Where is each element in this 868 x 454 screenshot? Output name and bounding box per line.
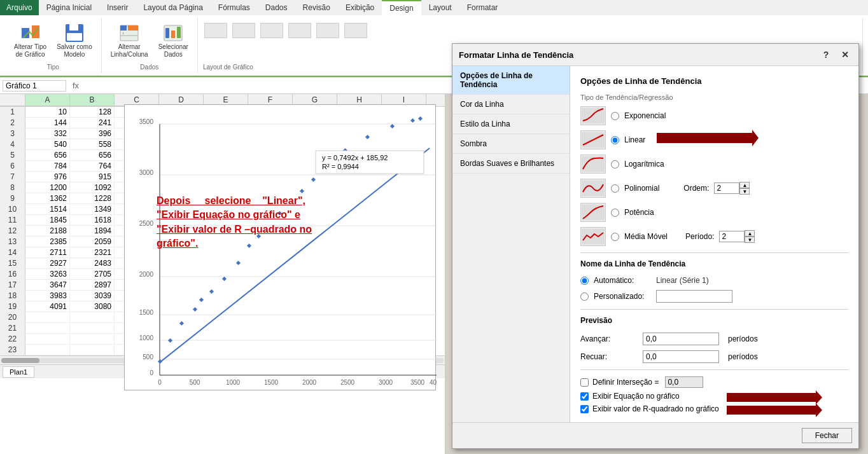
cell-a[interactable]: 3263 bbox=[25, 269, 70, 280]
cell-a[interactable]: 2188 bbox=[25, 226, 70, 237]
col-header-a[interactable]: A bbox=[25, 94, 70, 106]
cell-a[interactable]: 976 bbox=[25, 172, 70, 182]
checkbox-exibir-r2[interactable] bbox=[580, 405, 589, 413]
cell-b[interactable]: 241 bbox=[70, 118, 115, 128]
cell-b[interactable]: 2059 bbox=[70, 237, 115, 247]
dialog-help-btn[interactable]: ? bbox=[819, 48, 833, 62]
btn-alternar-linha[interactable]: ↕ AlternarLinha/Coluna bbox=[107, 20, 152, 61]
tab-revisao[interactable]: Revisão bbox=[295, 0, 338, 15]
btn-layout1[interactable] bbox=[203, 20, 228, 41]
btn-layout6[interactable] bbox=[343, 20, 368, 41]
cell-a[interactable]: 2927 bbox=[25, 258, 70, 269]
radio-logaritmica[interactable] bbox=[611, 160, 619, 169]
radio-media-movel[interactable] bbox=[611, 233, 619, 241]
cell-b[interactable] bbox=[70, 323, 115, 334]
btn-salvar-modelo[interactable]: Salvar comoModelo bbox=[53, 20, 96, 61]
cell-b[interactable]: 915 bbox=[70, 172, 115, 182]
spinbox-periodo-down[interactable]: ▼ bbox=[745, 237, 755, 243]
cell-b[interactable]: 3039 bbox=[70, 291, 115, 301]
cell-b[interactable]: 558 bbox=[70, 139, 115, 150]
cell-a[interactable]: 784 bbox=[25, 161, 70, 172]
spinbox-periodo-up[interactable]: ▲ bbox=[745, 230, 755, 237]
cell-b[interactable] bbox=[70, 312, 115, 323]
input-periodo[interactable] bbox=[719, 231, 745, 242]
tab-exibicao[interactable]: Exibição bbox=[338, 0, 382, 15]
cell-a[interactable]: 540 bbox=[25, 139, 70, 150]
cell-b[interactable]: 1618 bbox=[70, 215, 115, 226]
btn-selecionar-dados[interactable]: SelecionarDados bbox=[155, 20, 192, 61]
sidebar-item-bordas[interactable]: Bordas Suaves e Brilhantes bbox=[452, 154, 570, 174]
cell-a[interactable]: 1514 bbox=[25, 204, 70, 215]
cell-b[interactable] bbox=[70, 334, 115, 345]
cell-b[interactable]: 396 bbox=[70, 128, 115, 139]
btn-layout3[interactable] bbox=[259, 20, 284, 41]
dialog-close-btn[interactable]: ✕ bbox=[838, 48, 852, 62]
cell-a[interactable]: 144 bbox=[25, 118, 70, 128]
btn-layout2[interactable] bbox=[231, 20, 256, 41]
chart-area[interactable]: Depois selecione "Linear", "Exibir Equaç… bbox=[124, 104, 436, 390]
cell-b[interactable]: 2897 bbox=[70, 280, 115, 291]
tab-arquivo[interactable]: Arquivo bbox=[0, 0, 39, 15]
cell-a[interactable]: 2711 bbox=[25, 247, 70, 258]
cell-a[interactable] bbox=[25, 334, 70, 345]
radio-potencia[interactable] bbox=[611, 209, 619, 217]
cell-a[interactable]: 3647 bbox=[25, 280, 70, 291]
cell-b[interactable]: 656 bbox=[70, 150, 115, 161]
sidebar-item-cor[interactable]: Cor da Linha bbox=[452, 95, 570, 114]
radio-polinomial[interactable] bbox=[611, 184, 619, 193]
cell-a[interactable]: 1362 bbox=[25, 193, 70, 204]
cell-b[interactable]: 1092 bbox=[70, 182, 115, 193]
input-personalizado[interactable] bbox=[656, 290, 732, 303]
spinbox-ordem-down[interactable]: ▼ bbox=[739, 188, 750, 195]
tab-formulas[interactable]: Fórmulas bbox=[211, 0, 258, 15]
cell-b[interactable]: 3080 bbox=[70, 301, 115, 312]
radio-linear[interactable] bbox=[611, 136, 619, 144]
cell-a[interactable]: 3983 bbox=[25, 291, 70, 301]
input-definir[interactable] bbox=[665, 376, 703, 388]
cell-a[interactable]: 332 bbox=[25, 128, 70, 139]
tab-inserir[interactable]: Inserir bbox=[99, 0, 136, 15]
radio-personalizado[interactable] bbox=[580, 292, 589, 301]
cell-a[interactable]: 1200 bbox=[25, 182, 70, 193]
tab-design[interactable]: Design bbox=[382, 0, 421, 15]
cell-b[interactable]: 1349 bbox=[70, 204, 115, 215]
sidebar-item-sombra[interactable]: Sombra bbox=[452, 134, 570, 154]
cell-b[interactable]: 1228 bbox=[70, 193, 115, 204]
tab-layout[interactable]: Layout bbox=[421, 0, 459, 15]
cell-b[interactable]: 2705 bbox=[70, 269, 115, 280]
btn-layout4[interactable] bbox=[287, 20, 312, 41]
cell-b[interactable] bbox=[70, 345, 115, 355]
cell-a[interactable]: 4091 bbox=[25, 301, 70, 312]
input-avancar[interactable] bbox=[643, 333, 719, 345]
cell-a[interactable]: 2385 bbox=[25, 237, 70, 247]
cell-a[interactable] bbox=[25, 345, 70, 355]
col-header-b[interactable]: B bbox=[70, 94, 115, 106]
cell-b[interactable]: 2321 bbox=[70, 247, 115, 258]
tab-dados[interactable]: Dados bbox=[258, 0, 295, 15]
cell-b[interactable]: 1894 bbox=[70, 226, 115, 237]
sidebar-item-estilo[interactable]: Estilo da Linha bbox=[452, 114, 570, 134]
input-recuar[interactable] bbox=[643, 350, 719, 363]
cell-a[interactable] bbox=[25, 312, 70, 323]
cell-a[interactable] bbox=[25, 323, 70, 334]
name-box[interactable] bbox=[3, 80, 66, 92]
checkbox-exibir-equacao[interactable] bbox=[580, 392, 589, 401]
tab-layout-pagina[interactable]: Layout da Página bbox=[136, 0, 210, 15]
sidebar-item-opcoes[interactable]: Opções de Linha de Tendência bbox=[452, 66, 570, 95]
cell-b[interactable]: 128 bbox=[70, 107, 115, 118]
btn-fechar[interactable]: Fechar bbox=[802, 428, 852, 443]
cell-a[interactable]: 1845 bbox=[25, 215, 70, 226]
cell-a[interactable]: 10 bbox=[25, 107, 70, 118]
cell-b[interactable]: 764 bbox=[70, 161, 115, 172]
spinbox-ordem-up[interactable]: ▲ bbox=[739, 182, 750, 188]
tab-pagina-inicial[interactable]: Página Inicial bbox=[39, 0, 99, 15]
input-ordem[interactable] bbox=[714, 182, 739, 194]
radio-automatico[interactable] bbox=[580, 277, 589, 285]
cell-a[interactable]: 656 bbox=[25, 150, 70, 161]
btn-alterar-tipo[interactable]: Alterar Tipode Gráfico bbox=[10, 20, 50, 61]
cell-b[interactable]: 2483 bbox=[70, 258, 115, 269]
tab-formatar[interactable]: Formatar bbox=[459, 0, 506, 15]
btn-layout5[interactable] bbox=[315, 20, 340, 41]
radio-exponencial[interactable] bbox=[611, 112, 619, 120]
checkbox-definir[interactable] bbox=[580, 378, 589, 387]
